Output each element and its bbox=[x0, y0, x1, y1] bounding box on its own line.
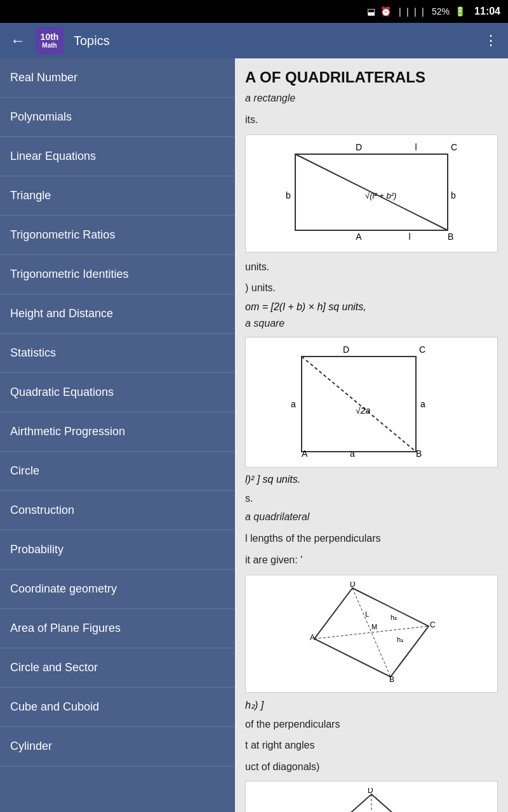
sidebar: Real Number Polynomials Linear Equations… bbox=[0, 58, 235, 812]
back-button[interactable]: ← bbox=[5, 27, 30, 55]
sidebar-item-area-of-plane-figures[interactable]: Area of Plane Figures bbox=[0, 609, 235, 648]
content-text-4: s. bbox=[245, 490, 498, 507]
sidebar-label: Circle bbox=[10, 464, 39, 478]
sidebar-item-linear-equations[interactable]: Linear Equations bbox=[0, 137, 235, 176]
sidebar-label: Coordinate geometry bbox=[10, 582, 117, 596]
svg-text:l: l bbox=[415, 142, 417, 152]
content-text-2: units. bbox=[245, 259, 498, 275]
sidebar-label: Triangle bbox=[10, 189, 51, 202]
sidebar-label: Statistics bbox=[10, 346, 56, 360]
content-subtitle-rectangle: a rectangle bbox=[245, 93, 498, 104]
svg-text:a: a bbox=[350, 449, 355, 458]
sidebar-label: Polynomials bbox=[10, 110, 72, 124]
svg-text:A: A bbox=[302, 449, 308, 458]
sidebar-label: Real Number bbox=[10, 71, 77, 84]
svg-text:B: B bbox=[448, 232, 453, 242]
sidebar-label: Cylinder bbox=[10, 740, 52, 753]
sidebar-label: Cube and Cuboid bbox=[10, 700, 99, 714]
svg-text:D: D bbox=[350, 582, 356, 589]
app-grade: 10th bbox=[41, 32, 59, 43]
formula-rectangle: om = [2(l + b) × h] sq units, bbox=[245, 301, 498, 313]
formula-quadrilateral: h₂) ] bbox=[245, 699, 498, 711]
sidebar-item-polynomials[interactable]: Polynomials bbox=[0, 98, 235, 137]
svg-text:A: A bbox=[310, 633, 315, 642]
content-text-9: uct of diagonals) bbox=[245, 759, 498, 775]
sidebar-label: Airthmetic Progression bbox=[10, 425, 125, 438]
svg-text:h₂: h₂ bbox=[391, 613, 397, 621]
svg-text:D: D bbox=[343, 344, 349, 355]
sidebar-item-quadratic-equations[interactable]: Quadratic Equations bbox=[0, 373, 235, 412]
content-text-5: l lengths of the perpendiculars bbox=[245, 530, 498, 547]
svg-text:C: C bbox=[419, 344, 425, 355]
app-icon: 10th Math bbox=[36, 27, 64, 55]
sidebar-label: Trigonometric Identities bbox=[10, 268, 128, 281]
back-icon: ← bbox=[10, 32, 25, 49]
sidebar-item-triangle[interactable]: Triangle bbox=[0, 176, 235, 216]
sidebar-item-coordinate-geometry[interactable]: Coordinate geometry bbox=[0, 570, 235, 609]
battery-icon: 🔋 bbox=[455, 6, 465, 16]
svg-text:√2a: √2a bbox=[356, 405, 370, 416]
sidebar-item-cube-and-cuboid[interactable]: Cube and Cuboid bbox=[0, 688, 235, 727]
sidebar-label: Trigonometric Ratios bbox=[10, 228, 115, 242]
content-text-6: it are given: ' bbox=[245, 552, 498, 568]
status-icons: ⬓ ⏰ ❘❘❘❘ 52% 🔋 bbox=[367, 6, 465, 16]
content-panel: A OF QUADRILATERALS a rectangle its. D l… bbox=[235, 58, 508, 812]
rectangle-diagram: D l C b b A l B √(l² + b²) bbox=[245, 134, 498, 252]
sidebar-label: Construction bbox=[10, 504, 74, 517]
square-diagram: D C a a A a B √2a bbox=[245, 337, 498, 468]
sidebar-label: Probability bbox=[10, 543, 64, 556]
status-bar: ⬓ ⏰ ❘❘❘❘ 52% 🔋 11:04 bbox=[0, 0, 508, 23]
alarm-icon: ⏰ bbox=[380, 6, 391, 16]
svg-text:a: a bbox=[291, 399, 296, 409]
svg-text:B: B bbox=[416, 449, 422, 458]
time-display: 11:04 bbox=[474, 6, 500, 17]
content-subtitle-quadrilateral: a quadrilateral bbox=[245, 511, 498, 523]
sidebar-label: Area of Plane Figures bbox=[10, 622, 121, 635]
sidebar-item-real-number[interactable]: Real Number bbox=[0, 58, 235, 98]
bluetooth-icon: ⬓ bbox=[367, 6, 375, 16]
menu-button[interactable]: ⋮ bbox=[479, 27, 503, 54]
sidebar-item-statistics[interactable]: Statistics bbox=[0, 334, 235, 373]
app-subject: Math bbox=[42, 42, 57, 49]
content-title: A OF QUADRILATERALS bbox=[245, 69, 498, 86]
svg-text:b: b bbox=[451, 190, 456, 200]
sidebar-item-trigonometric-ratios[interactable]: Trigonometric Ratios bbox=[0, 216, 235, 255]
sidebar-item-circle-and-sector[interactable]: Circle and Sector bbox=[0, 648, 235, 688]
sidebar-label: Linear Equations bbox=[10, 150, 96, 163]
content-text-1: its. bbox=[245, 112, 498, 128]
formula-square: l)² ] sq units. bbox=[245, 474, 498, 485]
sidebar-item-circle[interactable]: Circle bbox=[0, 452, 235, 491]
sidebar-label: Circle and Sector bbox=[10, 661, 98, 674]
svg-text:A: A bbox=[356, 232, 362, 242]
svg-text:C: C bbox=[451, 142, 457, 152]
sidebar-item-trigonometric-identities[interactable]: Trigonometric Identities bbox=[0, 255, 235, 294]
sidebar-label: Height and Distance bbox=[10, 307, 113, 320]
content-text-7: of the perpendiculars bbox=[245, 716, 498, 733]
svg-text:L: L bbox=[365, 610, 369, 618]
svg-text:M: M bbox=[371, 623, 377, 631]
sidebar-label: Quadratic Equations bbox=[10, 386, 114, 399]
svg-marker-21 bbox=[314, 588, 429, 677]
svg-text:√(l² + b²): √(l² + b²) bbox=[365, 191, 396, 200]
sidebar-item-height-and-distance[interactable]: Height and Distance bbox=[0, 294, 235, 334]
main-container: Real Number Polynomials Linear Equations… bbox=[0, 58, 508, 812]
svg-text:h₁: h₁ bbox=[397, 636, 403, 643]
svg-text:D: D bbox=[368, 788, 373, 795]
sidebar-item-airthmatic-progression[interactable]: Airthmetic Progression bbox=[0, 412, 235, 452]
svg-text:C: C bbox=[430, 620, 435, 629]
rhombus-diagram: D D B C O bbox=[245, 781, 498, 812]
toolbar: ← 10th Math Topics ⋮ bbox=[0, 23, 508, 58]
content-text-8: t at right angles bbox=[245, 737, 498, 754]
sidebar-item-probability[interactable]: Probability bbox=[0, 530, 235, 570]
content-text-3: ) units. bbox=[245, 280, 498, 296]
sidebar-item-construction[interactable]: Construction bbox=[0, 491, 235, 530]
content-subtitle-square: a square bbox=[245, 318, 498, 329]
signal-icon: ❘❘❘❘ bbox=[396, 6, 427, 16]
svg-text:a: a bbox=[420, 399, 425, 409]
svg-text:l: l bbox=[408, 232, 410, 242]
battery-text: 52% bbox=[432, 6, 450, 16]
quadrilateral-diagram: D C A B M h₂ h₁ L bbox=[245, 575, 498, 693]
sidebar-item-cylinder[interactable]: Cylinder bbox=[0, 727, 235, 766]
svg-text:b: b bbox=[286, 190, 291, 200]
toolbar-title: Topics bbox=[74, 34, 474, 48]
